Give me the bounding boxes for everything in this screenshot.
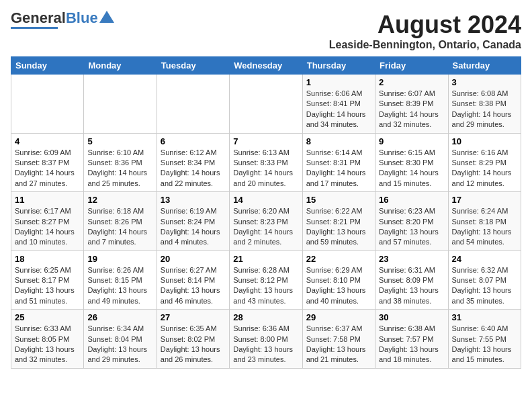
day-number: 5: [87, 136, 152, 146]
day-info: Sunrise: 6:10 AM Sunset: 8:36 PM Dayligh…: [87, 148, 152, 189]
day-number: 17: [452, 195, 517, 205]
day-number: 22: [306, 254, 371, 264]
day-number: 31: [452, 312, 517, 322]
calendar-week-row: 25Sunrise: 6:33 AM Sunset: 8:05 PM Dayli…: [11, 310, 521, 369]
calendar-cell: 30Sunrise: 6:38 AM Sunset: 7:57 PM Dayli…: [375, 310, 448, 369]
calendar-cell: 17Sunrise: 6:24 AM Sunset: 8:18 PM Dayli…: [448, 192, 521, 251]
day-info: Sunrise: 6:13 AM Sunset: 8:33 PM Dayligh…: [233, 148, 298, 189]
day-number: 27: [161, 312, 226, 322]
calendar-cell: 11Sunrise: 6:17 AM Sunset: 8:27 PM Dayli…: [11, 192, 84, 251]
day-info: Sunrise: 6:18 AM Sunset: 8:26 PM Dayligh…: [87, 206, 152, 248]
calendar-cell: 15Sunrise: 6:22 AM Sunset: 8:21 PM Dayli…: [302, 192, 375, 251]
day-number: 28: [233, 312, 298, 322]
day-info: Sunrise: 6:38 AM Sunset: 7:57 PM Dayligh…: [379, 324, 444, 365]
calendar-cell: [157, 75, 229, 134]
day-info: Sunrise: 6:23 AM Sunset: 8:20 PM Dayligh…: [379, 206, 444, 248]
day-number: 24: [452, 254, 517, 264]
calendar-cell: 5Sunrise: 6:10 AM Sunset: 8:36 PM Daylig…: [84, 133, 157, 192]
column-header-wednesday: Wednesday: [230, 57, 302, 75]
calendar-cell: 14Sunrise: 6:20 AM Sunset: 8:23 PM Dayli…: [230, 192, 302, 251]
day-info: Sunrise: 6:06 AM Sunset: 8:41 PM Dayligh…: [306, 89, 371, 130]
column-header-monday: Monday: [84, 57, 157, 75]
day-info: Sunrise: 6:37 AM Sunset: 7:58 PM Dayligh…: [306, 324, 371, 365]
day-info: Sunrise: 6:35 AM Sunset: 8:02 PM Dayligh…: [161, 324, 226, 365]
day-number: 25: [15, 312, 80, 322]
page-subtitle: Leaside-Bennington, Ontario, Canada: [329, 39, 521, 51]
day-number: 13: [161, 195, 226, 205]
day-number: 16: [379, 195, 444, 205]
day-number: 19: [87, 254, 152, 264]
day-number: 21: [233, 254, 298, 264]
day-number: 4: [15, 136, 80, 146]
day-number: 14: [233, 195, 298, 205]
calendar-cell: 2Sunrise: 6:07 AM Sunset: 8:39 PM Daylig…: [375, 75, 448, 134]
day-info: Sunrise: 6:08 AM Sunset: 8:38 PM Dayligh…: [452, 89, 517, 130]
day-number: 8: [306, 136, 371, 146]
calendar-cell: 27Sunrise: 6:35 AM Sunset: 8:02 PM Dayli…: [157, 310, 229, 369]
calendar-cell: 28Sunrise: 6:36 AM Sunset: 8:00 PM Dayli…: [230, 310, 302, 369]
column-header-tuesday: Tuesday: [157, 57, 229, 75]
day-number: 3: [452, 77, 517, 87]
day-info: Sunrise: 6:24 AM Sunset: 8:18 PM Dayligh…: [452, 206, 517, 248]
day-number: 6: [161, 136, 226, 146]
day-info: Sunrise: 6:17 AM Sunset: 8:27 PM Dayligh…: [15, 206, 80, 248]
calendar-cell: [11, 75, 84, 134]
day-info: Sunrise: 6:32 AM Sunset: 8:07 PM Dayligh…: [452, 265, 517, 307]
day-number: 23: [379, 254, 444, 264]
header: GeneralBlue August 2024 Leaside-Benningt…: [11, 11, 521, 51]
day-number: 2: [379, 77, 444, 87]
calendar-cell: 1Sunrise: 6:06 AM Sunset: 8:41 PM Daylig…: [302, 75, 375, 134]
page-title: August 2024: [329, 11, 521, 39]
day-info: Sunrise: 6:07 AM Sunset: 8:39 PM Dayligh…: [379, 89, 444, 130]
column-header-friday: Friday: [375, 57, 448, 75]
logo-blue-text: Blue: [66, 9, 98, 26]
day-info: Sunrise: 6:25 AM Sunset: 8:17 PM Dayligh…: [15, 265, 80, 307]
calendar-week-row: 1Sunrise: 6:06 AM Sunset: 8:41 PM Daylig…: [11, 75, 521, 134]
calendar-cell: 31Sunrise: 6:40 AM Sunset: 7:55 PM Dayli…: [448, 310, 521, 369]
calendar-cell: 12Sunrise: 6:18 AM Sunset: 8:26 PM Dayli…: [84, 192, 157, 251]
day-info: Sunrise: 6:31 AM Sunset: 8:09 PM Dayligh…: [379, 265, 444, 307]
day-info: Sunrise: 6:12 AM Sunset: 8:34 PM Dayligh…: [161, 148, 226, 189]
svg-marker-0: [99, 11, 114, 23]
calendar-cell: 21Sunrise: 6:28 AM Sunset: 8:12 PM Dayli…: [230, 250, 302, 310]
day-number: 29: [306, 312, 371, 322]
day-info: Sunrise: 6:09 AM Sunset: 8:37 PM Dayligh…: [15, 148, 80, 189]
day-number: 20: [161, 254, 226, 264]
day-info: Sunrise: 6:16 AM Sunset: 8:29 PM Dayligh…: [452, 148, 517, 189]
calendar-cell: 6Sunrise: 6:12 AM Sunset: 8:34 PM Daylig…: [157, 133, 229, 192]
calendar-cell: 20Sunrise: 6:27 AM Sunset: 8:14 PM Dayli…: [157, 250, 229, 310]
day-number: 15: [306, 195, 371, 205]
day-info: Sunrise: 6:34 AM Sunset: 8:04 PM Dayligh…: [87, 324, 152, 365]
calendar-cell: 25Sunrise: 6:33 AM Sunset: 8:05 PM Dayli…: [11, 310, 84, 369]
logo-icon: [99, 11, 114, 23]
calendar-cell: 9Sunrise: 6:15 AM Sunset: 8:30 PM Daylig…: [375, 133, 448, 192]
calendar-cell: 10Sunrise: 6:16 AM Sunset: 8:29 PM Dayli…: [448, 133, 521, 192]
day-number: 18: [15, 254, 80, 264]
day-number: 11: [15, 195, 80, 205]
calendar-cell: 13Sunrise: 6:19 AM Sunset: 8:24 PM Dayli…: [157, 192, 229, 251]
day-number: 1: [306, 77, 371, 87]
day-number: 26: [87, 312, 152, 322]
day-info: Sunrise: 6:27 AM Sunset: 8:14 PM Dayligh…: [161, 265, 226, 307]
day-number: 10: [452, 136, 517, 146]
day-info: Sunrise: 6:20 AM Sunset: 8:23 PM Dayligh…: [233, 206, 298, 248]
calendar-cell: 8Sunrise: 6:14 AM Sunset: 8:31 PM Daylig…: [302, 133, 375, 192]
day-number: 7: [233, 136, 298, 146]
logo: GeneralBlue: [11, 11, 114, 29]
calendar-cell: 18Sunrise: 6:25 AM Sunset: 8:17 PM Dayli…: [11, 250, 84, 310]
calendar-week-row: 18Sunrise: 6:25 AM Sunset: 8:17 PM Dayli…: [11, 250, 521, 310]
calendar-cell: 22Sunrise: 6:29 AM Sunset: 8:10 PM Dayli…: [302, 250, 375, 310]
day-info: Sunrise: 6:22 AM Sunset: 8:21 PM Dayligh…: [306, 206, 371, 248]
calendar-table: SundayMondayTuesdayWednesdayThursdayFrid…: [11, 56, 521, 369]
day-info: Sunrise: 6:19 AM Sunset: 8:24 PM Dayligh…: [161, 206, 226, 248]
calendar-week-row: 11Sunrise: 6:17 AM Sunset: 8:27 PM Dayli…: [11, 192, 521, 251]
calendar-cell: 29Sunrise: 6:37 AM Sunset: 7:58 PM Dayli…: [302, 310, 375, 369]
calendar-cell: 19Sunrise: 6:26 AM Sunset: 8:15 PM Dayli…: [84, 250, 157, 310]
column-header-saturday: Saturday: [448, 57, 521, 75]
calendar-cell: [230, 75, 302, 134]
day-number: 30: [379, 312, 444, 322]
day-info: Sunrise: 6:33 AM Sunset: 8:05 PM Dayligh…: [15, 324, 80, 365]
day-info: Sunrise: 6:14 AM Sunset: 8:31 PM Dayligh…: [306, 148, 371, 189]
column-header-sunday: Sunday: [11, 57, 84, 75]
day-info: Sunrise: 6:40 AM Sunset: 7:55 PM Dayligh…: [452, 324, 517, 365]
